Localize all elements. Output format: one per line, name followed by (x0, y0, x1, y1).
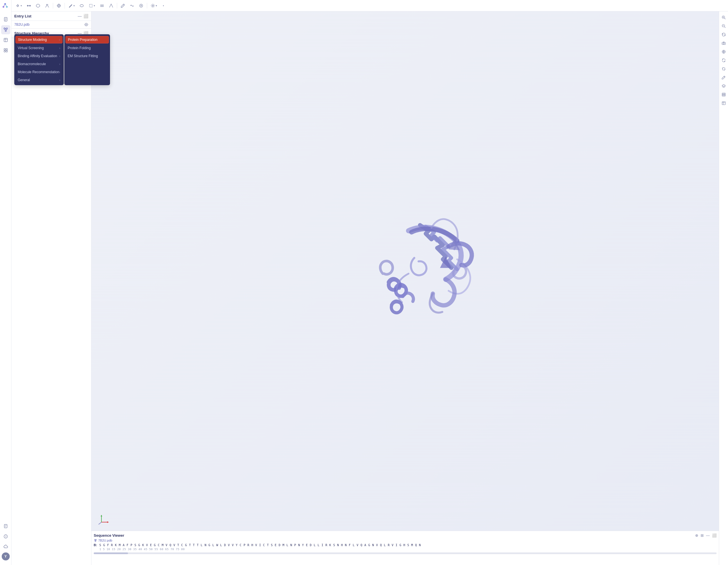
menu-item-general[interactable]: General › (14, 76, 64, 84)
sidebar-file-icon[interactable] (1, 15, 10, 24)
seq-pin-icon[interactable]: ⊕ (695, 533, 698, 538)
entry-list-header: Entry List — ⬜ (11, 11, 91, 21)
svg-rect-81 (722, 93, 725, 96)
svg-point-28 (27, 5, 29, 6)
svg-point-33 (57, 4, 61, 7)
sidebar-doc-icon[interactable] (1, 522, 10, 531)
svg-rect-19 (6, 49, 7, 50)
submenu: Protein Preparation Protein Folding EM S… (64, 34, 110, 85)
seq-numbers: 1 5 10 15 20 25 30 35 40 45 50 55 60 65 … (99, 548, 185, 551)
arrow-icon-5: › (59, 79, 60, 82)
arrow-icon-1: › (59, 47, 60, 50)
chem-tool-btn[interactable] (43, 2, 51, 9)
svg-rect-21 (6, 51, 7, 52)
seq-chain-row: B: S G F R K M A F P S G K V E G C M V Q… (94, 543, 717, 547)
crop-btn[interactable] (720, 65, 727, 73)
settings-btn[interactable]: ▾ (149, 2, 159, 9)
svg-point-46 (152, 5, 154, 6)
eye-icon[interactable] (84, 23, 88, 27)
svg-point-10 (6, 28, 7, 29)
molecule-viewer[interactable] (91, 11, 719, 531)
top-toolbar: ▾ (11, 0, 728, 11)
seq-scrollbar-thumb[interactable] (94, 552, 128, 554)
table3-btn[interactable] (720, 99, 727, 107)
expand-btn[interactable]: ⬜ (83, 14, 88, 18)
svg-rect-15 (4, 38, 7, 42)
menu-item-binding-affinity[interactable]: Binding Affinity Evaluation › (14, 52, 64, 60)
sidebar-table-icon[interactable] (1, 35, 10, 45)
measure-tool-btn[interactable] (107, 2, 115, 9)
box-tool-btn[interactable]: ▾ (87, 2, 97, 9)
svg-line-67 (724, 27, 725, 28)
right-toolbar (719, 11, 728, 565)
entry-item[interactable]: 7B2U.pdb (11, 21, 91, 28)
sidebar-cloud-icon[interactable] (1, 542, 10, 551)
reset-view-btn[interactable] (720, 31, 727, 38)
seq-expand-icon[interactable]: ⬜ (712, 533, 717, 538)
svg-rect-75 (723, 68, 725, 70)
grid3-btn[interactable] (720, 91, 727, 98)
camera-btn[interactable] (720, 39, 727, 47)
seq-actions: ⊕ ⊞ — ⬜ (695, 533, 717, 538)
svg-point-9 (4, 28, 5, 29)
content-area: Entry List — ⬜ 7B2U.pdb Struc (11, 11, 728, 565)
context-menu: Structure Modeling › Virtual Screening ›… (14, 34, 64, 85)
svg-point-48 (86, 24, 87, 25)
pen-tool-btn[interactable] (119, 2, 127, 9)
ring-tool-btn[interactable] (34, 2, 42, 9)
svg-point-56 (94, 539, 95, 540)
svg-point-34 (58, 5, 60, 6)
seq-minimize-icon[interactable]: — (706, 533, 710, 538)
sequence-viewer: Sequence Viewer ⊕ ⊞ — ⬜ (91, 531, 719, 565)
sidebar-help-icon[interactable]: ? (1, 532, 10, 541)
seq-split-icon[interactable]: ⊞ (701, 533, 704, 538)
submenu-item-protein-preparation[interactable]: Protein Preparation (65, 36, 109, 43)
svg-line-44 (123, 5, 124, 5)
bond-tool-btn[interactable] (25, 2, 33, 9)
select-tool-btn[interactable] (78, 2, 86, 9)
svg-rect-86 (722, 102, 725, 105)
svg-line-63 (724, 18, 725, 19)
refresh-btn[interactable] (720, 57, 727, 64)
globe-btn[interactable] (720, 48, 727, 55)
menu-item-structure-modeling[interactable]: Structure Modeling › (15, 36, 63, 43)
menu-item-molecule-recommendation[interactable]: Molecule Recommendation › (14, 68, 64, 76)
list-tool-btn[interactable] (98, 2, 106, 9)
menu-item-biomacromolecule[interactable]: Biomacromolecule › (14, 60, 64, 68)
app-logo[interactable] (2, 2, 10, 10)
arrow-tool-btn[interactable] (137, 2, 145, 9)
zoom-out-btn[interactable] (720, 22, 727, 30)
entry-list-actions: — ⬜ (78, 14, 88, 18)
seq-title: Sequence Viewer (94, 533, 124, 538)
seq-residues: S G F R K M A F P S G K V E G C M V Q V … (99, 543, 421, 547)
sidebar-grid-icon[interactable] (1, 46, 10, 55)
target-tool-btn[interactable] (55, 2, 63, 9)
atom-select-btn[interactable]: ▾ (14, 2, 24, 9)
svg-line-3 (3, 4, 5, 7)
edit-btn[interactable] (720, 74, 727, 81)
toolbar-divider-2 (65, 3, 65, 9)
svg-rect-40 (89, 4, 92, 7)
svg-line-14 (6, 29, 7, 30)
minimize-btn[interactable]: — (78, 14, 82, 18)
arrow-icon-4: › (59, 71, 60, 74)
menu-item-virtual-screening[interactable]: Virtual Screening › (14, 44, 64, 52)
draw-tool-btn[interactable]: ▾ (67, 2, 77, 9)
seq-chain-label: B: (94, 543, 97, 547)
svg-rect-20 (4, 51, 5, 52)
zoom-in-btn[interactable] (720, 14, 727, 21)
left-sidebar: ? Y (0, 0, 11, 565)
submenu-item-em-structure-fitting[interactable]: EM Structure Fitting (64, 52, 110, 60)
seq-file-icon (94, 539, 97, 542)
more-btn[interactable] (160, 3, 167, 9)
svg-line-4 (5, 4, 7, 7)
sidebar-molecule-icon[interactable] (1, 25, 10, 34)
seq-header: Sequence Viewer ⊕ ⊞ — ⬜ (94, 533, 717, 538)
context-menu-container: Structure Modeling › Virtual Screening ›… (14, 34, 110, 85)
user-avatar[interactable]: Y (2, 552, 10, 560)
submenu-item-protein-folding[interactable]: Protein Folding (64, 44, 110, 52)
seq-scrollbar[interactable] (94, 552, 717, 554)
protein-structure (346, 202, 494, 340)
layers-btn[interactable] (720, 82, 727, 90)
wave-tool-btn[interactable] (128, 2, 136, 9)
